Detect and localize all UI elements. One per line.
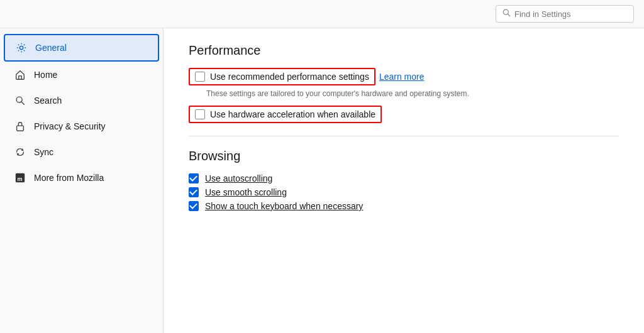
- recommended-sub-text: These settings are tailored to your comp…: [206, 89, 619, 98]
- recommended-performance-label[interactable]: Use recommended performance settings: [210, 72, 369, 82]
- lock-icon: [14, 120, 26, 133]
- svg-rect-5: [17, 126, 24, 131]
- hardware-accel-row: Use hardware acceleration when available: [189, 106, 619, 123]
- svg-point-2: [19, 46, 23, 49]
- hardware-accel-label[interactable]: Use hardware acceleration when available: [210, 109, 375, 119]
- performance-title: Performance: [189, 43, 619, 58]
- sidebar-home-label: Home: [34, 70, 57, 80]
- sidebar-item-search[interactable]: Search: [4, 88, 159, 113]
- find-in-settings-input[interactable]: [514, 9, 627, 19]
- sidebar-search-label: Search: [34, 96, 62, 106]
- autoscroll-row: Use autoscrolling: [189, 173, 619, 183]
- main-layout: General Home Search: [0, 28, 644, 333]
- gear-icon: [15, 41, 28, 54]
- sidebar-item-more-mozilla[interactable]: m More from Mozilla: [4, 165, 159, 190]
- search-icon: [502, 9, 511, 19]
- recommended-performance-checkbox[interactable]: [195, 72, 205, 82]
- sync-icon: [14, 146, 26, 158]
- autoscroll-label[interactable]: Use autoscrolling: [205, 173, 272, 183]
- autoscroll-checkbox[interactable]: [189, 173, 199, 183]
- hardware-accel-highlight-box: Use hardware acceleration when available: [189, 106, 382, 123]
- top-bar: [0, 0, 644, 28]
- find-in-settings-box[interactable]: [496, 5, 634, 23]
- sidebar-item-sync[interactable]: Sync: [4, 139, 159, 165]
- mozilla-icon: m: [14, 172, 26, 184]
- sidebar-general-label: General: [35, 43, 67, 53]
- smooth-scroll-row: Use smooth scrolling: [189, 187, 619, 197]
- home-icon: [14, 68, 26, 81]
- sidebar-sync-label: Sync: [34, 147, 53, 157]
- performance-section: Performance Use recommended performance …: [189, 43, 619, 123]
- browsing-title: Browsing: [189, 149, 619, 163]
- svg-line-4: [21, 102, 24, 104]
- smooth-scroll-checkbox[interactable]: [189, 187, 199, 197]
- svg-line-1: [508, 14, 510, 16]
- sidebar-item-privacy-security[interactable]: Privacy & Security: [4, 114, 159, 139]
- sidebar-item-general[interactable]: General: [4, 34, 159, 62]
- smooth-scroll-label[interactable]: Use smooth scrolling: [205, 187, 287, 197]
- settings-content: Performance Use recommended performance …: [164, 28, 644, 333]
- section-divider: [189, 136, 619, 136]
- touch-keyboard-checkbox[interactable]: [189, 201, 199, 211]
- hardware-accel-checkbox[interactable]: [195, 109, 205, 119]
- browsing-section: Browsing Use autoscrolling Use smooth sc…: [189, 149, 619, 211]
- sidebar: General Home Search: [0, 28, 164, 333]
- learn-more-link[interactable]: Learn more: [379, 72, 425, 82]
- recommended-highlight-box: Use recommended performance settings: [189, 68, 375, 85]
- svg-text:m: m: [18, 176, 23, 182]
- touch-keyboard-row: Show a touch keyboard when necessary: [189, 201, 619, 211]
- sidebar-item-home[interactable]: Home: [4, 62, 159, 87]
- touch-keyboard-label[interactable]: Show a touch keyboard when necessary: [205, 201, 363, 211]
- search-nav-icon: [14, 94, 26, 107]
- recommended-settings-row: Use recommended performance settings Lea…: [189, 68, 619, 85]
- sidebar-mozilla-label: More from Mozilla: [34, 173, 104, 183]
- sidebar-privacy-label: Privacy & Security: [34, 121, 106, 131]
